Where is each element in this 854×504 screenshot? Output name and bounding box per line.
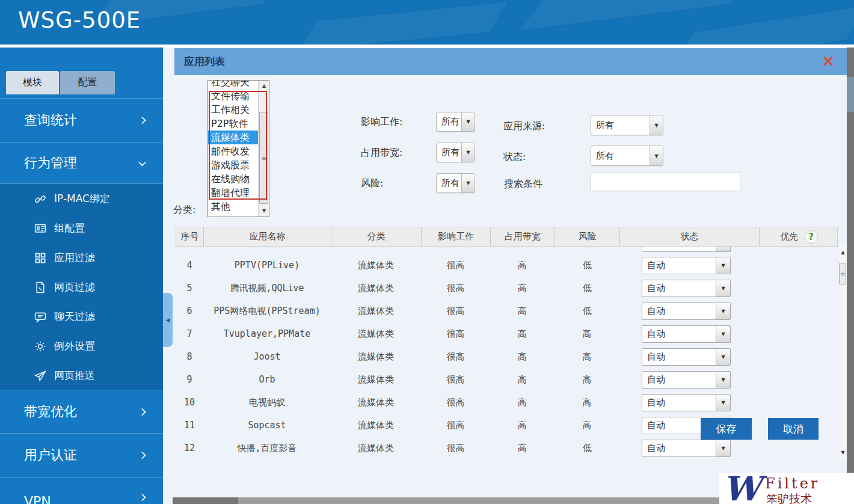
- risk-filter-select[interactable]: 所有 ▼: [436, 173, 475, 193]
- tab-config[interactable]: 配置: [60, 71, 115, 94]
- status-cell: 自动▼: [619, 325, 759, 343]
- impact-level: 很高: [421, 443, 490, 454]
- app-category: 流媒体类: [331, 260, 421, 271]
- sidebar-subitem-5[interactable]: 例外设置: [0, 331, 163, 361]
- category-option[interactable]: 社交聊天: [208, 80, 259, 89]
- scrollbar-thumb[interactable]: [847, 77, 854, 112]
- close-icon[interactable]: ×: [822, 52, 835, 70]
- save-button[interactable]: 保存: [701, 418, 752, 440]
- row-number: 6: [176, 306, 203, 316]
- dropdown-arrow-icon[interactable]: ▼: [716, 349, 730, 365]
- status-filter-label: 状态:: [503, 151, 526, 164]
- sidebar-item-query-stats[interactable]: 查询统计: [0, 98, 163, 142]
- dropdown-arrow-icon[interactable]: ▼: [716, 372, 730, 388]
- banner-decoration: [297, 1, 508, 45]
- category-items: 社交聊天文件传输工作相关P2P软件流媒体类邮件收发游戏股票在线购物翻墙代理其他: [208, 80, 259, 214]
- row-number: 5: [176, 283, 203, 293]
- select-value: 自动: [642, 440, 716, 456]
- category-option[interactable]: 翻墙代理: [208, 186, 259, 200]
- category-option[interactable]: 邮件收发: [208, 144, 259, 158]
- status-select[interactable]: 自动▼: [642, 325, 731, 343]
- impact-level: 很高: [421, 260, 490, 271]
- dropdown-arrow-icon[interactable]: ▼: [716, 280, 730, 297]
- sidebar-item-behavior-mgmt[interactable]: 行为管理: [0, 142, 163, 183]
- dropdown-arrow-icon[interactable]: ▼: [716, 257, 730, 274]
- dropdown-arrow-icon[interactable]: ▼: [461, 143, 475, 162]
- app-category: 流媒体类: [331, 328, 421, 340]
- status-select[interactable]: 自动▼: [642, 348, 731, 366]
- bandwidth-filter-select[interactable]: 所有 ▼: [436, 143, 475, 162]
- dropdown-arrow-icon[interactable]: ▼: [650, 146, 663, 165]
- dropdown-arrow-icon[interactable]: ▼: [650, 115, 663, 135]
- status-filter-select[interactable]: 所有 ▼: [591, 146, 663, 166]
- category-option[interactable]: P2P软件: [208, 117, 259, 131]
- scroll-up-icon[interactable]: ▲: [259, 82, 269, 90]
- category-option[interactable]: 游戏股票: [208, 158, 259, 172]
- clipped-status-select[interactable]: [642, 247, 731, 252]
- scrollbar-thumb[interactable]: [173, 497, 238, 504]
- listbox-scrollbar[interactable]: ▲ ≡ ▼: [258, 81, 269, 217]
- risk-level: 低: [554, 306, 619, 317]
- status-select[interactable]: 自动▼: [642, 394, 731, 411]
- search-input[interactable]: [591, 173, 740, 191]
- category-listbox[interactable]: 社交聊天文件传输工作相关P2P软件流媒体类邮件收发游戏股票在线购物翻墙代理其他 …: [207, 80, 269, 217]
- status-select[interactable]: 自动▼: [642, 440, 731, 457]
- app-category: 流媒体类: [331, 420, 421, 431]
- sidebar-item-vpn[interactable]: VPN: [0, 477, 163, 504]
- sidebar-subitem-4[interactable]: 聊天过滤: [0, 302, 163, 331]
- select-value: 自动: [642, 257, 716, 274]
- app-name: Tvuplayer,PPMate: [203, 328, 331, 339]
- table-row: 6PPS网络电视(PPStream)流媒体类很高高低自动▼: [176, 300, 838, 322]
- sidebar: 模块 配置 查询统计 行为管理 IP-MAC绑定组配置应用过滤网页过滤聊天过滤例…: [0, 48, 163, 504]
- app-name: 电视蚂蚁: [203, 397, 331, 408]
- sidebar-subitem-0[interactable]: IP-MAC绑定: [0, 184, 163, 214]
- dropdown-arrow-icon[interactable]: ▼: [461, 174, 475, 192]
- app-name: Joost: [203, 351, 331, 362]
- sidebar-subitem-1[interactable]: 组配置: [0, 214, 163, 243]
- cancel-button[interactable]: 取消: [768, 418, 819, 440]
- category-option[interactable]: 流媒体类: [208, 131, 259, 144]
- impact-level: 很高: [421, 283, 490, 294]
- dropdown-arrow-icon[interactable]: ▼: [716, 440, 730, 456]
- app-name: PPS网络电视(PPStream): [203, 306, 331, 317]
- thumb-grip: ≡: [262, 154, 267, 162]
- scroll-up-icon[interactable]: ▲: [838, 250, 847, 255]
- status-select[interactable]: 自动▼: [642, 303, 731, 320]
- help-icon[interactable]: ?: [805, 230, 818, 244]
- sidebar-item-bandwidth-opt[interactable]: 带宽优化: [0, 390, 163, 433]
- bandwidth-level: 高: [490, 397, 554, 408]
- dropdown-arrow-icon[interactable]: ▼: [461, 112, 475, 131]
- app-category: 流媒体类: [331, 283, 421, 294]
- category-option[interactable]: 其他: [208, 200, 259, 214]
- category-option[interactable]: 工作相关: [208, 103, 259, 117]
- tab-modules[interactable]: 模块: [6, 71, 59, 94]
- source-filter-select[interactable]: 所有 ▼: [591, 115, 663, 135]
- table-row: 8Joost流媒体类很高高高自动▼: [176, 345, 838, 368]
- app-name: 腾讯视频,QQLive: [203, 283, 331, 294]
- scrollbar-thumb[interactable]: ≡: [259, 112, 268, 204]
- risk-filter-label: 风险:: [361, 177, 383, 190]
- sidebar-item-user-auth[interactable]: 用户认证: [0, 433, 163, 477]
- application-window: WSG-500E 模块 配置 查询统计 行为管理 IP-MAC绑定组配置应用过滤…: [0, 0, 854, 504]
- status-cell: 自动▼: [619, 303, 759, 320]
- impact-filter-select[interactable]: 所有 ▼: [436, 112, 475, 132]
- dropdown-arrow-icon[interactable]: ▼: [716, 303, 730, 319]
- sidebar-subitem-3[interactable]: 网页过滤: [0, 272, 163, 302]
- table-vertical-scrollbar[interactable]: ▲ ≡ ▼: [838, 245, 847, 459]
- status-select[interactable]: 自动▼: [642, 280, 731, 297]
- scrollbar-thumb[interactable]: ≡: [839, 263, 846, 284]
- scroll-down-icon[interactable]: ▼: [259, 207, 269, 215]
- category-label: 分类:: [173, 204, 195, 217]
- category-option[interactable]: 在线购物: [208, 172, 259, 186]
- sidebar-collapse-handle[interactable]: ◀: [163, 293, 173, 347]
- column-header: 状态: [620, 227, 760, 246]
- sidebar-subitem-2[interactable]: 应用过滤: [0, 243, 163, 272]
- dropdown-arrow-icon[interactable]: ▼: [716, 326, 730, 342]
- dropdown-arrow-icon[interactable]: ▼: [716, 395, 730, 411]
- category-option[interactable]: 文件传输: [208, 89, 259, 103]
- scroll-down-icon[interactable]: ▼: [838, 450, 847, 455]
- status-select[interactable]: 自动▼: [642, 257, 731, 274]
- status-select[interactable]: 自动▼: [642, 371, 731, 389]
- sidebar-subitem-6[interactable]: 网页推送: [0, 361, 163, 390]
- window-right-scrollbar[interactable]: [847, 48, 854, 504]
